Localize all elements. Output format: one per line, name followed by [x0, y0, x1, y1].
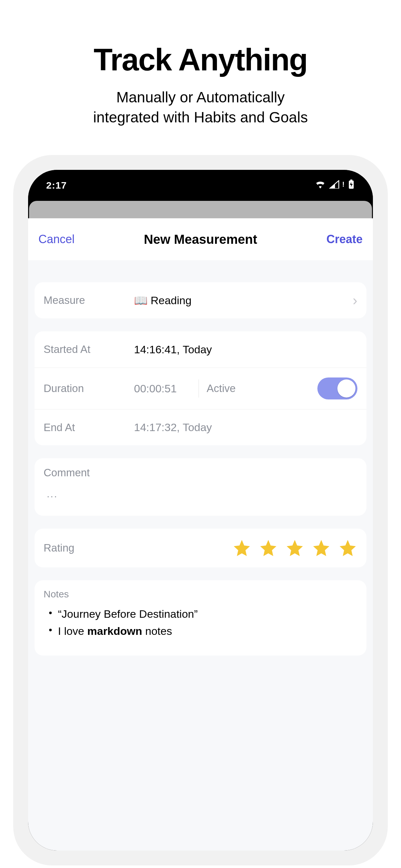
marketing-header: Track Anything Manually or Automatically…: [0, 0, 401, 127]
battery-icon: [348, 180, 355, 191]
star-4[interactable]: [312, 538, 331, 558]
rating-stars: [232, 538, 358, 558]
wifi-icon: [315, 180, 326, 191]
duration-row[interactable]: Duration 00:00:51 Active: [35, 368, 366, 409]
chevron-right-icon: ›: [352, 292, 358, 308]
rating-label: Rating: [43, 542, 74, 554]
measure-label: Measure: [43, 294, 134, 306]
status-bar: 2:17 !: [28, 170, 373, 201]
active-toggle[interactable]: [317, 377, 358, 399]
timing-card: Started At 14:16:41, Today Duration 00:0…: [35, 331, 366, 445]
signal-icon: !: [329, 180, 344, 191]
comment-label: Comment: [43, 467, 358, 479]
marketing-subtitle: Manually or Automatically integrated wit…: [0, 87, 401, 127]
started-at-value: 14:16:41, Today: [134, 343, 358, 356]
status-time: 2:17: [46, 180, 67, 191]
notes-list: “Journey Before Destination” I love mark…: [43, 606, 358, 640]
notes-label: Notes: [43, 589, 358, 600]
svg-rect-1: [350, 180, 352, 181]
star-3[interactable]: [285, 538, 305, 558]
measure-row[interactable]: Measure 📖 Reading ›: [35, 282, 366, 318]
modal-header: Cancel New Measurement Create: [28, 218, 373, 260]
measure-card: Measure 📖 Reading ›: [35, 282, 366, 318]
started-at-label: Started At: [43, 343, 134, 355]
measure-value: 📖 Reading: [134, 294, 352, 307]
active-label: Active: [207, 382, 236, 395]
phone-screen: 2:17 ! Cancel New Measurement Create: [28, 170, 373, 850]
cancel-button[interactable]: Cancel: [38, 232, 74, 246]
star-5[interactable]: [338, 538, 358, 558]
sheet-body: Measure 📖 Reading › Started At 14:16:41,…: [28, 260, 373, 850]
star-2[interactable]: [258, 538, 278, 558]
note-item: I love markdown notes: [49, 623, 358, 640]
notes-card[interactable]: Notes “Journey Before Destination” I lov…: [35, 580, 366, 655]
marketing-title: Track Anything: [0, 42, 401, 78]
toggle-knob: [337, 379, 356, 398]
note-item: “Journey Before Destination”: [49, 606, 358, 623]
create-button[interactable]: Create: [327, 232, 363, 246]
end-at-value: 14:17:32, Today: [134, 421, 358, 434]
comment-card[interactable]: Comment ...: [35, 458, 366, 516]
comment-placeholder: ...: [47, 489, 358, 500]
sheet-grabber-area: [29, 201, 372, 218]
rating-card: Rating: [35, 529, 366, 567]
end-at-row[interactable]: End At 14:17:32, Today: [35, 409, 366, 445]
star-1[interactable]: [232, 538, 251, 558]
started-at-row[interactable]: Started At 14:16:41, Today: [35, 331, 366, 368]
end-at-label: End At: [43, 422, 134, 434]
duration-value: 00:00:51: [134, 382, 198, 395]
divider: [198, 379, 199, 398]
duration-label: Duration: [43, 382, 134, 395]
modal-title: New Measurement: [144, 232, 257, 247]
phone-frame: 2:17 ! Cancel New Measurement Create: [13, 155, 388, 865]
